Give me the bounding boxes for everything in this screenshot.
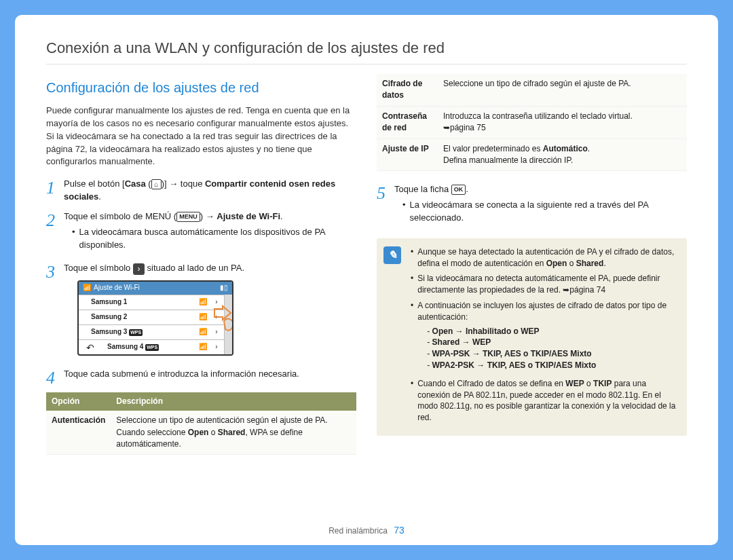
step-number: 2 bbox=[46, 210, 64, 256]
wifi-header-icon: 📶 bbox=[83, 283, 91, 293]
section-title: Configuración de los ajustes de red bbox=[46, 78, 356, 98]
manual-page: Conexión a una WLAN y configuración de l… bbox=[15, 15, 718, 545]
row-arrow-icon: › bbox=[209, 342, 224, 352]
step-4: 4 Toque cada submenú e introduzca la inf… bbox=[46, 368, 356, 387]
wifi-signal-icon: 📶 bbox=[197, 297, 209, 307]
table-row: Ajuste de IP El valor predeterminado es … bbox=[377, 138, 687, 171]
step-number: 1 bbox=[46, 178, 64, 204]
step-number: 4 bbox=[46, 368, 64, 387]
device-header: 📶Ajuste de Wi-Fi ▮▯ bbox=[79, 282, 232, 295]
wifi-signal-icon: 📶 bbox=[197, 312, 209, 322]
step-5-sub: La videocámara se conecta a la siguiente… bbox=[402, 199, 687, 225]
menu-icon: MENU bbox=[176, 212, 200, 222]
step-2-sub: La videocámara busca automáticamente los… bbox=[72, 226, 356, 252]
note-item: Cuando el Cifrado de datos se defina en … bbox=[411, 378, 677, 424]
left-column: Configuración de los ajustes de red Pued… bbox=[46, 74, 356, 455]
step-1: 1 Pulse el botón [Casa (⌂)] → toque Comp… bbox=[46, 178, 356, 204]
step-number: 5 bbox=[377, 183, 394, 229]
ok-icon: OK bbox=[451, 185, 466, 195]
wifi-signal-icon: 📶 bbox=[197, 342, 209, 352]
footer-section: Red inalámbrica bbox=[328, 526, 388, 536]
note-item: Si la videocámara no detecta automáticam… bbox=[411, 273, 677, 296]
battery-icon: ▮▯ bbox=[220, 283, 228, 293]
note-icon: ✎ bbox=[383, 246, 401, 264]
note-box: ✎ Aunque se haya detectado la autenticac… bbox=[377, 238, 687, 436]
right-column: Cifrado de datos Seleccione un tipo de c… bbox=[377, 74, 687, 455]
note-item: A continuación se incluyen los ajustes d… bbox=[411, 300, 677, 374]
step-2: 2 Toque el símbolo de MENÚ (MENU) → Ajus… bbox=[46, 210, 356, 256]
th-option: Opción bbox=[46, 392, 111, 411]
intro-text: Puede configurar manualmente los ajustes… bbox=[46, 105, 356, 168]
th-description: Descripción bbox=[111, 392, 356, 411]
wifi-signal-icon: 📶 bbox=[197, 327, 209, 337]
cipher-list: Open → Inhabilitado o WEP Shared → WEP W… bbox=[427, 326, 677, 371]
step-number: 3 bbox=[46, 262, 64, 360]
step-3: 3 Toque el símbolo › situado al lado de … bbox=[46, 262, 356, 360]
device-row: Samsung 1 📶 › bbox=[79, 295, 224, 310]
table-row: Contraseña de red Introduzca la contrase… bbox=[377, 106, 687, 138]
back-icon: ↶ bbox=[79, 339, 102, 354]
step-5: 5 Toque la ficha OK. La videocámara se c… bbox=[377, 183, 687, 229]
table-row: Autenticación Seleccione un tipo de aute… bbox=[46, 411, 356, 455]
options-table: Opción Descripción Autenticación Selecci… bbox=[46, 392, 356, 455]
device-row: Samsung 2 📶 › bbox=[79, 310, 224, 324]
device-row: Samsung 4 WPS 📶 › bbox=[102, 339, 224, 354]
page-number: 73 bbox=[394, 525, 405, 536]
page-title: Conexión a una WLAN y configuración de l… bbox=[46, 39, 687, 57]
device-screenshot: 📶Ajuste de Wi-Fi ▮▯ Samsung 1 📶 › bbox=[77, 280, 233, 356]
columns: Configuración de los ajustes de red Pued… bbox=[46, 74, 687, 455]
next-arrow-icon: › bbox=[133, 263, 145, 275]
page-footer: Red inalámbrica 73 bbox=[15, 525, 718, 536]
device-row: Samsung 3 WPS 📶 › bbox=[79, 324, 224, 339]
separator bbox=[46, 64, 687, 64]
options-table-cont: Cifrado de datos Seleccione un tipo de c… bbox=[377, 74, 687, 171]
home-icon: ⌂ bbox=[151, 179, 162, 189]
note-item: Aunque se haya detectado la autenticació… bbox=[411, 246, 677, 269]
tap-hand-icon bbox=[210, 305, 233, 335]
table-row: Cifrado de datos Seleccione un tipo de c… bbox=[377, 74, 687, 106]
